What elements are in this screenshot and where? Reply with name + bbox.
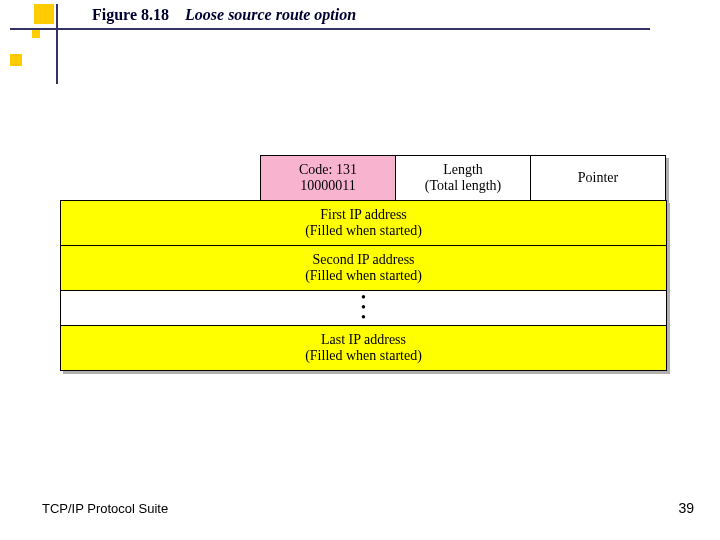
- row-sub: (Filled when started): [61, 223, 666, 239]
- pointer-label: Pointer: [531, 170, 665, 186]
- code-binary: 10000011: [261, 178, 395, 194]
- deco-vline: [56, 4, 58, 84]
- last-ip-row: Last IP address (Filled when started): [60, 325, 667, 371]
- option-format-diagram: Code: 131 10000011 Length (Total length)…: [60, 155, 670, 371]
- first-ip-row: First IP address (Filled when started): [60, 200, 667, 246]
- header-row: Code: 131 10000011 Length (Total length)…: [260, 155, 670, 201]
- row-sub: (Filled when started): [61, 348, 666, 364]
- row-sub: (Filled when started): [61, 268, 666, 284]
- row-label: Second IP address: [61, 252, 666, 268]
- second-ip-row: Second IP address (Filled when started): [60, 245, 667, 291]
- slide-title: Figure 8.18 Loose source route option: [92, 6, 356, 24]
- length-sub: (Total length): [396, 178, 530, 194]
- figure-number: Figure 8.18: [92, 6, 169, 23]
- code-label: Code: 131: [261, 162, 395, 178]
- ellipsis-row: • • •: [60, 290, 667, 326]
- length-field: Length (Total length): [395, 155, 531, 201]
- dot-icon: •: [61, 313, 666, 323]
- code-field: Code: 131 10000011: [260, 155, 396, 201]
- row-label: First IP address: [61, 207, 666, 223]
- deco-square: [32, 30, 40, 38]
- deco-square: [10, 54, 22, 66]
- slide-number: 39: [678, 500, 694, 516]
- footer-source: TCP/IP Protocol Suite: [42, 501, 168, 516]
- pointer-field: Pointer: [530, 155, 666, 201]
- figure-caption: Loose source route option: [185, 6, 356, 23]
- deco-hline: [10, 28, 650, 30]
- row-label: Last IP address: [61, 332, 666, 348]
- deco-square: [34, 4, 54, 24]
- length-label: Length: [396, 162, 530, 178]
